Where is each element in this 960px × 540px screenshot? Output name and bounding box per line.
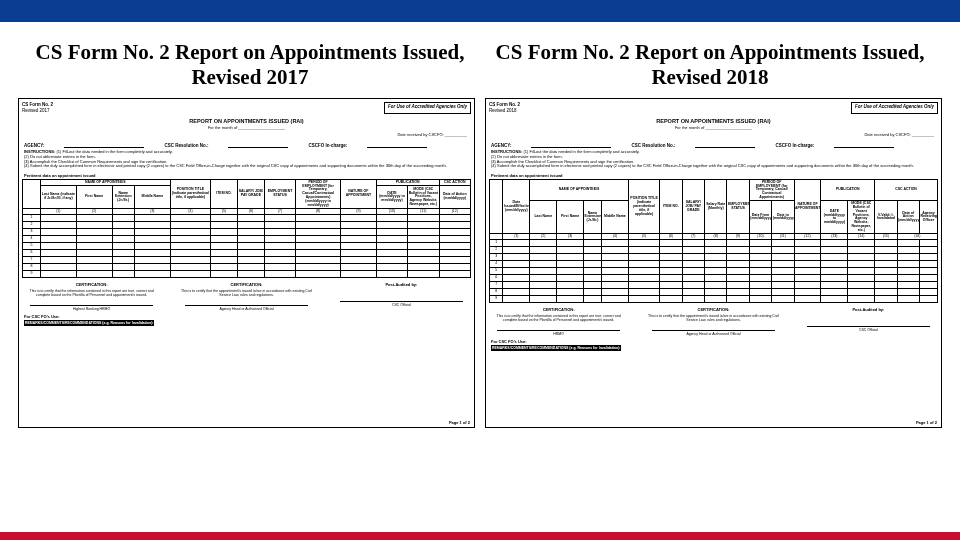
col-emp: EMPLOYMENT STATUS xyxy=(264,180,295,209)
instr4-2017: (4) Submit the duly accomplished form in… xyxy=(24,163,447,168)
col18-first: First Name xyxy=(557,201,584,234)
agency-label-2017: AGENCY: xyxy=(24,143,44,148)
sig1-2018: HRMO xyxy=(497,330,620,336)
bottom-banner xyxy=(0,532,960,540)
col18-pubdate: DATE (mm/dd/yyyy to mm/dd/yyyy) xyxy=(821,201,848,234)
agency-label-2018: AGENCY: xyxy=(491,143,511,148)
cert-head1-2017: CERTIFICATION: xyxy=(22,282,161,287)
col18-dateissued: Date Issued/Effectivity (mm/dd/yyyy) xyxy=(503,180,530,234)
cert-body2-2017: This is to certify that the appointment/… xyxy=(177,289,316,297)
col-last: Last Name (indicate if Jr./Sr./III, if a… xyxy=(40,186,76,209)
cert-body2-2018: This is to certify that the appointment/… xyxy=(644,314,783,322)
col-middle: Middle Name xyxy=(134,186,170,209)
report-title-2017: REPORT ON APPOINTMENTS ISSUED (RAI) xyxy=(22,118,471,124)
table-2018: Date Issued/Effectivity (mm/dd/yyyy) NAM… xyxy=(489,179,938,303)
cscfo-blank18 xyxy=(834,143,894,148)
form-2017: CS Form No. 2 Revised 2017 For Use of Ac… xyxy=(18,98,475,428)
accredited-box-2018: For Use of Accredited Agencies Only xyxy=(851,102,938,114)
cert-head2-2018: CERTIFICATION: xyxy=(644,307,783,312)
col18-cscaction: CSC ACTION xyxy=(875,180,938,201)
cscfo-blank xyxy=(367,143,427,148)
page-2018: Page 1 of 2 xyxy=(916,420,937,425)
csc-res-2018: CSC Resolution No.: xyxy=(631,143,675,148)
col18-sg: Salary Rate (Monthly) xyxy=(704,180,726,234)
month-line-2018: For the month of _____________________ xyxy=(489,125,938,130)
col-item: ITEM NO. xyxy=(211,180,238,209)
col18-salary: SALARY/ JOB/ PAY GRADE xyxy=(682,180,704,234)
col-pubmode: MODE (CSC Bulletin of Vacant Positions, … xyxy=(408,186,439,209)
col18-emp: EMPLOYMENT STATUS xyxy=(727,180,749,234)
col18-ext: Name Extension (Jr./Sr.) xyxy=(584,201,602,234)
sig3-2017: CSC Official xyxy=(340,301,463,307)
revised-2017: Revised 2017 xyxy=(22,108,53,114)
cert-body1-2017: This is to certify that the information … xyxy=(22,289,161,297)
col18-to: Date to (mm/dd/yyyy) xyxy=(772,201,794,234)
revised-2018: Revised 2018 xyxy=(489,108,520,114)
col-dateaction: Date of Action (mm/dd/yyyy) xyxy=(439,186,470,209)
cscfo-2018: CSCFO In-charge: xyxy=(775,143,814,148)
page-2017: Page 1 of 2 xyxy=(449,420,470,425)
sig2-2018: Agency Head or Authorized Official xyxy=(652,330,775,336)
date-recv-2017: Date received by CSCFO: __________ xyxy=(26,132,467,137)
post-head-2018: Post-Audited by: xyxy=(799,307,938,312)
csc-res-2017: CSC Resolution No.: xyxy=(164,143,208,148)
postaudit-2018: For CSC FO's Use: xyxy=(491,339,936,344)
col-nature: NATURE OF APPOINTMENT xyxy=(341,180,377,209)
agency-blank18 xyxy=(531,143,611,148)
col-position: POSITION TITLE (indicate parenthetical t… xyxy=(170,180,210,209)
sig1-2017: Highest Ranking HRMO xyxy=(30,305,153,311)
col-salary: SALARY/ JOB/ PAY GRADE xyxy=(237,180,264,209)
col18-from: Date From (mm/dd/yyyy) xyxy=(749,201,771,234)
cscres-blank xyxy=(228,143,288,148)
col18-pubmode: MODE (CSC Bulletin of Vacant Positions, … xyxy=(848,201,875,234)
instr4-2018: (4) Submit the duly accomplished form in… xyxy=(491,163,914,168)
title-2018: CS Form No. 2 Report on Appointments Iss… xyxy=(489,40,931,90)
cscres-blank18 xyxy=(695,143,755,148)
col18-nature: NATURE OF APPOINTMENT xyxy=(794,180,821,234)
col18-appointee: NAME OF APPOINTEE/S xyxy=(530,180,629,201)
col18-pub: PUBLICATION xyxy=(821,180,875,201)
table-2017: NAME OF APPOINTEE/S POSITION TITLE (indi… xyxy=(22,179,471,278)
title-2017: CS Form No. 2 Report on Appointments Iss… xyxy=(29,40,471,90)
cert-head2-2017: CERTIFICATION: xyxy=(177,282,316,287)
col18-vi: V-Valid; I-Invalidated xyxy=(875,201,897,234)
pertinent-2018: Pertinent data on appointment issued xyxy=(491,173,936,178)
col-period: PERIOD OF EMPLOYMENT (for Temporary, Cas… xyxy=(296,180,341,209)
month-line-2017: For the month of _____________________ xyxy=(22,125,471,130)
cscfo-2017: CSCFO In-charge: xyxy=(308,143,347,148)
form-2018: CS Form No. 2 Revised 2018 For Use of Ac… xyxy=(485,98,942,428)
remarks-2017: REMARKS/COMMENTS/RECOMMENDATIONS (e.g. R… xyxy=(24,320,154,326)
remarks-2018: REMARKS/COMMENTS/RECOMMENDATIONS (e.g. R… xyxy=(491,345,621,351)
col-first: First Name xyxy=(76,186,112,209)
col18-last: Last Name xyxy=(530,201,557,234)
col18-period: PERIOD OF EMPLOYMENT (for Temporary, Cas… xyxy=(749,180,794,201)
sig3-2018: CSC Official xyxy=(807,326,930,332)
col18-middle: Middle Name xyxy=(601,201,628,234)
report-title-2018: REPORT ON APPOINTMENTS ISSUED (RAI) xyxy=(489,118,938,124)
cert-body1-2018: This is to certify that the information … xyxy=(489,314,628,322)
agency-blank xyxy=(64,143,144,148)
postaudit-2017: For CSC FO's Use: xyxy=(24,314,469,319)
col-ext: Name Extension (Jr./Sr.) xyxy=(112,186,134,209)
accredited-box-2017: For Use of Accredited Agencies Only xyxy=(384,102,471,114)
col18-item: ITEM NO. xyxy=(660,180,682,234)
post-head-2017: Post-Audited by: xyxy=(332,282,471,287)
top-banner xyxy=(0,0,960,22)
col-pubdate: DATE (mm/dd/yyyy to mm/dd/yyyy) xyxy=(376,186,407,209)
cert-head1-2018: CERTIFICATION: xyxy=(489,307,628,312)
col18-agencyno: Agency Receiving Officer xyxy=(919,201,937,234)
titles-row: CS Form No. 2 Report on Appointments Iss… xyxy=(0,22,960,98)
date-recv-2018: Date received by CSCFO: __________ xyxy=(493,132,934,137)
pertinent-2017: Pertinent data on appointment issued xyxy=(24,173,469,178)
col18-dateaction: Date of Action (mm/dd/yyyy) xyxy=(897,201,919,234)
col18-position: POSITION TITLE (indicate parenthetical t… xyxy=(628,180,659,234)
sig2-2017: Agency Head or Authorized Official xyxy=(185,305,308,311)
forms-row: CS Form No. 2 Revised 2017 For Use of Ac… xyxy=(0,98,960,428)
